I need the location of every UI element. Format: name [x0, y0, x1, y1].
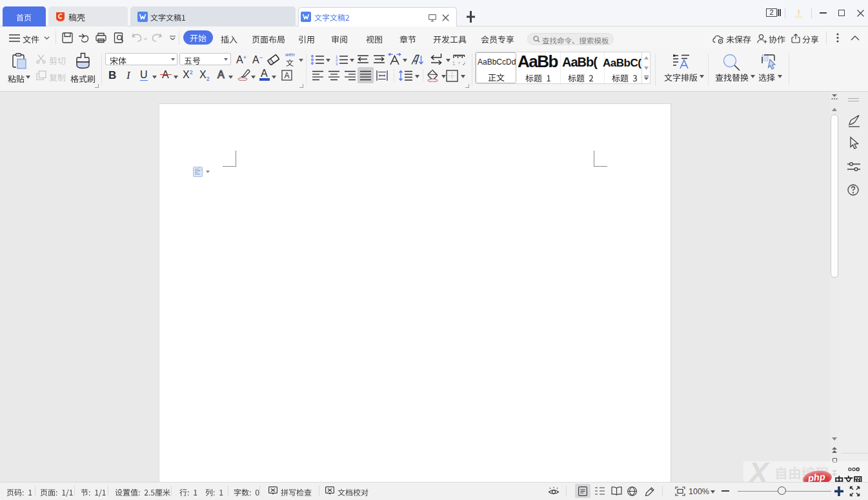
svg-text:3: 3: [336, 62, 338, 66]
svg-text:A: A: [284, 71, 289, 80]
